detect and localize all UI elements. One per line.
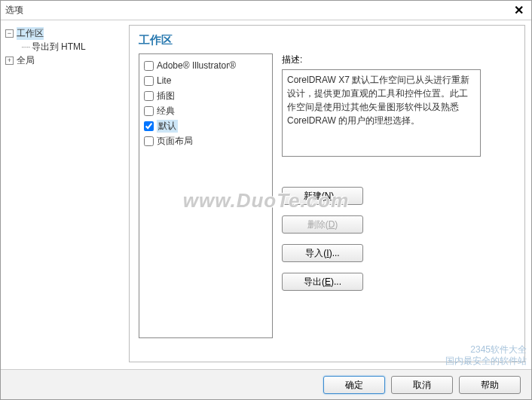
list-item[interactable]: 经典 [144,104,268,118]
list-item[interactable]: Lite [144,74,268,87]
workspace-label: 默认 [157,120,178,133]
workspace-checkbox[interactable] [144,61,154,71]
workspace-checkbox[interactable] [144,76,154,86]
list-item[interactable]: 页面布局 [144,134,268,148]
tree-expand-icon[interactable]: + [5,56,14,65]
main-area: − 工作区 ····· 导出到 HTML + 全局 工作区 Adobe® Ill… [1,20,531,367]
content-row: Adobe® Illustrator®Lite插图经典默认页面布局 描述: Co… [139,53,515,338]
delete-button: 删除(D) [282,215,363,234]
workspace-label: 经典 [157,105,175,118]
tree-label: 工作区 [17,27,44,40]
list-item[interactable]: 默认 [144,119,268,133]
new-button[interactable]: 新建(N)... [282,187,363,205]
workspace-label: 插图 [157,90,175,102]
export-button[interactable]: 导出(E)... [282,273,363,291]
tree-label: 全局 [17,54,35,67]
import-button[interactable]: 导入(I)... [282,244,363,262]
workspace-label: Adobe® Illustrator® [157,60,236,71]
description-box: CorelDRAW X7 默认工作空间已从头进行重新设计，提供更加直观的工具和控… [282,69,481,157]
cancel-button[interactable]: 取消 [391,376,453,394]
workspace-list[interactable]: Adobe® Illustrator®Lite插图经典默认页面布局 [139,53,273,338]
tree-collapse-icon[interactable]: − [5,29,14,38]
help-button[interactable]: 帮助 [459,376,521,394]
bottom-bar: 确定 取消 帮助 [1,369,531,399]
tree-item-export-html[interactable]: ····· 导出到 HTML [5,40,129,53]
tree-item-workspace[interactable]: − 工作区 [5,26,129,40]
list-item[interactable]: 插图 [144,89,268,102]
ok-button[interactable]: 确定 [323,376,385,394]
tree-leaf-icon: ····· [21,41,30,52]
button-stack: 新建(N)... 删除(D) 导入(I)... 导出(E)... [282,187,515,291]
close-icon[interactable]: ✕ [511,3,527,17]
section-title: 工作区 [139,33,515,47]
description-label: 描述: [282,53,515,66]
tree-item-global[interactable]: + 全局 [5,53,129,67]
window-title: 选项 [5,4,511,17]
workspace-label: Lite [157,75,171,86]
right-column: 描述: CorelDRAW X7 默认工作空间已从头进行重新设计，提供更加直观的… [282,53,515,338]
workspace-label: 页面布局 [157,135,193,148]
tree-label: 导出到 HTML [32,41,86,53]
title-bar: 选项 ✕ [1,1,531,20]
workspace-checkbox[interactable] [144,91,154,101]
workspace-checkbox[interactable] [144,121,154,131]
workspace-checkbox[interactable] [144,136,154,146]
tree-panel: − 工作区 ····· 导出到 HTML + 全局 [1,20,129,367]
workspace-checkbox[interactable] [144,106,154,116]
right-panel: 工作区 Adobe® Illustrator®Lite插图经典默认页面布局 描述… [129,25,525,362]
list-item[interactable]: Adobe® Illustrator® [144,59,268,72]
